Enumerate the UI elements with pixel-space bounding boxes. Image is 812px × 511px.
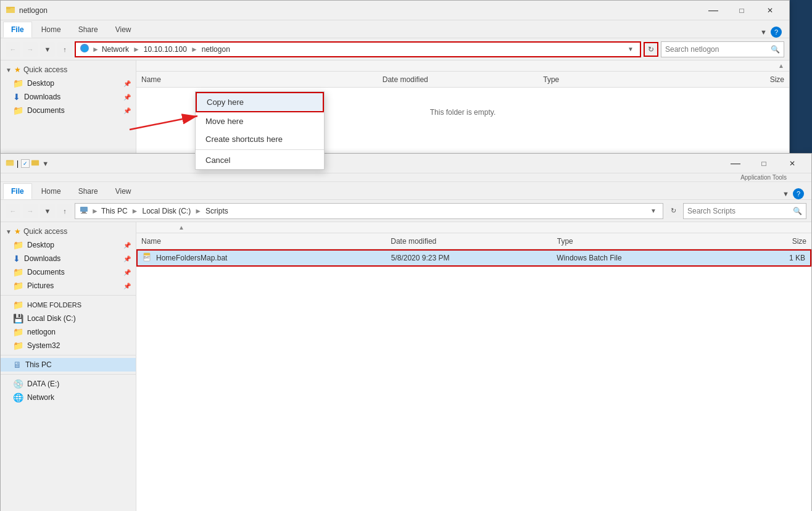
file-date-homefoldermap: 5/8/2020 9:23 PM <box>391 254 557 262</box>
svg-rect-10 <box>81 213 87 214</box>
sidebar-item-homefolders[interactable]: 📁 HOME FOLDERS <box>1 298 136 312</box>
tab-file-scripts[interactable]: File <box>3 183 32 199</box>
chevron-down-scripts[interactable]: ▼ <box>782 190 789 197</box>
tab-view-scripts[interactable]: View <box>107 183 139 199</box>
col-name-netlogon[interactable]: Name <box>141 75 383 84</box>
sort-row-scripts: ▲ <box>136 222 811 233</box>
window1-close-button[interactable]: ✕ <box>756 1 784 20</box>
window2-minimize-button[interactable]: — <box>721 154 750 173</box>
col-date-netlogon[interactable]: Date modified <box>383 75 544 84</box>
search-input-netlogon[interactable] <box>665 45 768 54</box>
sidebar-item-desktop-scripts[interactable]: 📁 Desktop 📌 <box>1 238 136 252</box>
tab-share-netlogon[interactable]: Share <box>70 22 106 38</box>
col-type-netlogon[interactable]: Type <box>543 75 704 84</box>
sidebar-item-localdisk[interactable]: 💾 Local Disk (C:) <box>1 312 136 325</box>
window2-maximize-button[interactable]: □ <box>750 154 778 173</box>
sidebar-label-datae: DATA (E:) <box>27 380 59 388</box>
sidebar-item-downloads-scripts[interactable]: ⬇ Downloads 📌 <box>1 252 136 265</box>
file-row-homefoldermap[interactable]: BAT HomeFoldersMap.bat 5/8/2020 9:23 PM … <box>136 249 811 267</box>
sidebar-label-homefolders: HOME FOLDERS <box>27 301 81 309</box>
sidebar-divider1-scripts <box>1 295 136 296</box>
window1-maximize-button[interactable]: □ <box>727 1 756 20</box>
svg-rect-9 <box>82 212 86 213</box>
folder-icon-documents-netlogon: 📁 <box>13 106 23 115</box>
col-size-scripts[interactable]: Size <box>723 237 806 246</box>
sidebar-item-thispc[interactable]: 🖥 This PC <box>1 358 136 372</box>
tab-view-netlogon[interactable]: View <box>107 22 139 38</box>
svg-text:BAT: BAT <box>144 255 149 259</box>
forward-button-netlogon[interactable]: → <box>23 42 38 57</box>
tab-file-netlogon[interactable]: File <box>3 22 32 38</box>
sidebar-header-quickaccess-scripts[interactable]: ▼ ★ Quick access <box>1 225 136 238</box>
address-dropdown-netlogon[interactable]: ▼ <box>625 44 636 55</box>
search-box-scripts[interactable]: 🔍 <box>683 203 806 219</box>
window1-minimize-button[interactable]: — <box>699 1 727 20</box>
titlebar-scripts: | ✓ ▼ — □ ✕ <box>1 154 811 173</box>
col-headers-scripts: Name Date modified Type Size <box>136 233 811 249</box>
col-size-netlogon[interactable]: Size <box>704 75 784 84</box>
svg-rect-6 <box>6 161 14 165</box>
svg-text:🌐: 🌐 <box>81 45 89 52</box>
help-icon-scripts[interactable]: ? <box>793 188 804 199</box>
sidebar-item-downloads-netlogon[interactable]: ⬇ Downloads 📌 <box>1 90 136 104</box>
back-button-scripts[interactable]: ← <box>6 204 20 218</box>
sidebar-label-localdisk: Local Disk (C:) <box>27 314 76 323</box>
back-button-netlogon[interactable]: ← <box>6 42 20 57</box>
chevron-down-netlogon[interactable]: ▼ <box>760 28 767 36</box>
context-menu-cancel[interactable]: Cancel <box>196 151 324 169</box>
sidebar-item-desktop-netlogon[interactable]: 📁 Desktop 📌 <box>1 77 136 90</box>
context-menu-create-shortcuts[interactable]: Create shortcuts here <box>196 130 324 148</box>
col-date-scripts[interactable]: Date modified <box>391 237 557 246</box>
refresh-button-scripts[interactable]: ↻ <box>666 204 681 218</box>
file-name-homefoldermap: BAT HomeFoldersMap.bat <box>143 252 391 264</box>
context-menu-move-here[interactable]: Move here <box>196 112 324 130</box>
context-menu-copy-here[interactable]: Copy here <box>196 92 324 112</box>
sidebar-item-documents-scripts[interactable]: 📁 Documents 📌 <box>1 265 136 279</box>
sidebar-divider2-scripts <box>1 355 136 355</box>
empty-message-text-netlogon: This folder is empty. <box>430 108 495 117</box>
sidebar-header-quickaccess-netlogon[interactable]: ▼ ★ Quick access <box>1 63 136 77</box>
sort-arrow-netlogon: ▲ <box>778 62 784 69</box>
address-bar-netlogon[interactable]: 🌐 ► Network ► 10.10.10.100 ► netlogon ▼ <box>75 41 641 57</box>
sidebar-item-pictures-scripts[interactable]: 📁 Pictures 📌 <box>1 279 136 293</box>
tab-share-scripts[interactable]: Share <box>70 183 106 199</box>
folder-icon-documents-scripts: 📁 <box>13 267 23 277</box>
sidebar-label-downloads-scripts: Downloads <box>24 254 60 263</box>
sidebar-label-thispc: This PC <box>25 360 52 369</box>
file-list-scripts: BAT HomeFoldersMap.bat 5/8/2020 9:23 PM … <box>136 249 811 511</box>
up-button-netlogon[interactable]: ↑ <box>57 42 72 57</box>
sidebar-item-documents-netlogon[interactable]: 📁 Documents 📌 <box>1 104 136 117</box>
recent-button-scripts[interactable]: ▼ <box>40 204 55 218</box>
sidebar-label-documents-netlogon: Documents <box>27 106 65 115</box>
col-type-scripts[interactable]: Type <box>557 237 724 246</box>
tab-home-netlogon[interactable]: Home <box>33 22 69 38</box>
forward-button-scripts[interactable]: → <box>23 204 38 218</box>
address-part-netlogon: netlogon <box>202 45 230 54</box>
recent-button-netlogon[interactable]: ▼ <box>40 42 55 57</box>
ribbon-tabs-netlogon: File Home Share View ▼ ? <box>1 20 789 38</box>
window2-close-button[interactable]: ✕ <box>778 154 806 173</box>
ribbon-scripts: Application Tools File Home Share View ▼… <box>1 173 811 200</box>
sidebar-item-network[interactable]: 🌐 Network <box>1 391 136 404</box>
window2-toolbar-icon1: | <box>17 159 19 168</box>
tab-home-scripts[interactable]: Home <box>33 183 69 199</box>
col-headers-netlogon: Name Date modified Type Size <box>136 72 789 88</box>
help-icon-netlogon[interactable]: ? <box>771 27 782 38</box>
refresh-button-netlogon[interactable]: ↻ <box>644 42 658 57</box>
address-dropdown-scripts[interactable]: ▼ <box>648 206 659 217</box>
window-scripts: | ✓ ▼ — □ ✕ Application Tools File Home … <box>0 153 812 511</box>
sidebar-item-system32[interactable]: 📁 System32 <box>1 339 136 352</box>
ribbon-tabs-scripts: File Home Share View ▼ ? <box>1 182 811 199</box>
address-bar-scripts[interactable]: ► This PC ► Local Disk (C:) ► Scripts ▼ <box>75 203 663 219</box>
search-input-scripts[interactable] <box>687 207 790 215</box>
sidebar-divider3-scripts <box>1 374 136 375</box>
sidebar-item-datae[interactable]: 💿 DATA (E:) <box>1 377 136 391</box>
search-box-netlogon[interactable]: 🔍 <box>661 41 784 57</box>
col-name-scripts[interactable]: Name <box>141 237 391 246</box>
star-icon-scripts: ★ <box>14 227 21 236</box>
up-button-scripts[interactable]: ↑ <box>57 204 72 218</box>
sidebar-item-netlogon-sidebar[interactable]: 📁 netlogon <box>1 325 136 339</box>
window2-toolbar-checkmark[interactable]: ✓ <box>21 159 30 168</box>
pin-icon-pictures-scripts: 📌 <box>123 283 131 289</box>
sidebar-label-pictures-scripts: Pictures <box>27 281 54 290</box>
